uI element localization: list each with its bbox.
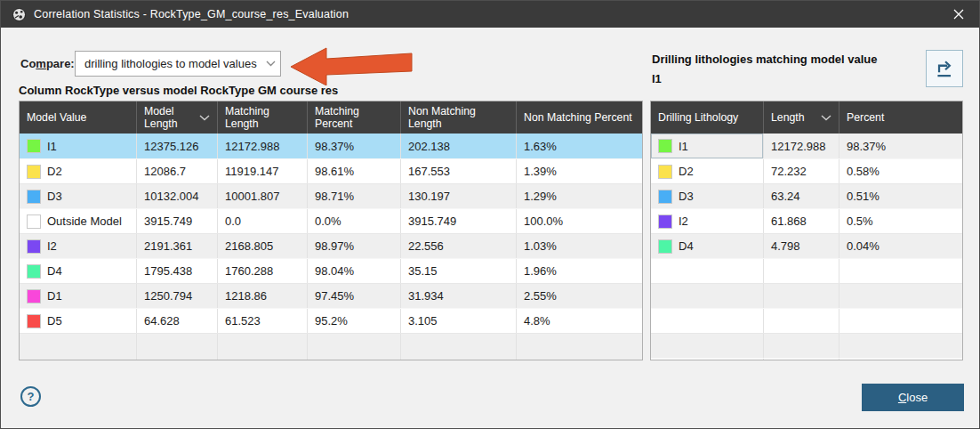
export-button[interactable] bbox=[926, 50, 963, 87]
value-cell: 1.29% bbox=[516, 184, 643, 208]
lithology-cell: I2 bbox=[20, 234, 136, 258]
color-swatch bbox=[658, 165, 672, 179]
window-close-button[interactable] bbox=[938, 1, 979, 28]
value-cell: 202.138 bbox=[400, 134, 516, 158]
column-header-drilling-lithology[interactable]: Drilling Lithology bbox=[651, 101, 763, 134]
lithology-cell: I2 bbox=[651, 209, 763, 233]
table-header-row: Drilling LithologyLengthPercent bbox=[651, 101, 962, 134]
column-header-length[interactable]: Length bbox=[763, 101, 839, 134]
table-row-d2[interactable]: D212086.711919.14798.61%167.5531.39% bbox=[20, 158, 642, 183]
table-row-i1[interactable]: I112375.12612172.98898.37%202.1381.63% bbox=[20, 134, 642, 158]
column-header-model-length[interactable]: Model Length bbox=[136, 101, 217, 134]
color-swatch bbox=[27, 190, 41, 204]
table-row-empty bbox=[651, 258, 962, 283]
lithology-cell: I1 bbox=[651, 134, 763, 158]
empty-cell bbox=[307, 334, 400, 360]
value-cell: 97.45% bbox=[307, 284, 400, 308]
value-cell: 0.0 bbox=[217, 209, 307, 233]
value-cell: 2.55% bbox=[516, 284, 643, 308]
empty-cell bbox=[651, 309, 763, 333]
correlation-statistics-dialog: Correlation Statistics - RockType_GM_cou… bbox=[0, 0, 980, 429]
column-header-percent[interactable]: Percent bbox=[839, 101, 963, 134]
value-cell: 10132.004 bbox=[136, 184, 217, 208]
value-cell: 1760.288 bbox=[217, 259, 307, 283]
color-swatch bbox=[658, 214, 672, 229]
color-swatch bbox=[658, 239, 672, 254]
table-row-d5[interactable]: D564.62861.52395.2%3.1054.8% bbox=[20, 308, 642, 333]
value-cell: 1.63% bbox=[516, 134, 643, 158]
value-cell: 12375.126 bbox=[136, 134, 217, 158]
value-cell: 3915.749 bbox=[136, 209, 217, 233]
lithology-label: D2 bbox=[679, 165, 694, 178]
empty-cell bbox=[651, 334, 763, 358]
lithology-cell: D2 bbox=[20, 159, 136, 183]
value-cell: 2191.361 bbox=[136, 234, 217, 258]
table-row-i2[interactable]: I261.8680.5% bbox=[651, 208, 962, 233]
empty-cell bbox=[839, 334, 963, 358]
close-icon bbox=[953, 9, 964, 20]
empty-cell bbox=[763, 259, 839, 283]
column-header-non-matching-length[interactable]: Non Matching Length bbox=[400, 101, 516, 134]
value-cell: 4.798 bbox=[763, 234, 839, 258]
table-row-d3[interactable]: D310132.00410001.80798.71%130.1971.29% bbox=[20, 183, 642, 208]
sort-descending-icon bbox=[199, 115, 210, 121]
value-cell: 98.61% bbox=[307, 159, 400, 183]
table-row-d4[interactable]: D41795.4381760.28898.04%35.151.96% bbox=[20, 258, 642, 283]
value-cell: 167.553 bbox=[400, 159, 516, 183]
column-header-non-matching-percent[interactable]: Non Matching Percent bbox=[516, 101, 643, 134]
table-row-d3[interactable]: D363.240.51% bbox=[651, 183, 962, 208]
lithology-cell: I1 bbox=[20, 134, 136, 158]
close-button[interactable]: Close bbox=[862, 384, 964, 411]
model-values-table: Model ValueModel LengthMatching LengthMa… bbox=[19, 101, 643, 360]
help-button[interactable]: ? bbox=[20, 386, 41, 407]
lithology-label: D3 bbox=[679, 190, 694, 203]
color-swatch bbox=[658, 190, 672, 204]
color-swatch bbox=[27, 239, 41, 254]
empty-cell bbox=[516, 334, 643, 360]
value-cell: 1.39% bbox=[516, 159, 643, 183]
table-row-d4[interactable]: D44.7980.04% bbox=[651, 233, 962, 258]
value-cell: 95.2% bbox=[307, 309, 400, 333]
value-cell: 4.8% bbox=[516, 309, 643, 333]
value-cell: 1.03% bbox=[516, 234, 643, 258]
empty-cell bbox=[20, 334, 136, 360]
table-row-outside-model[interactable]: Outside Model3915.7490.00.0%3915.749100.… bbox=[20, 208, 642, 233]
lithology-label: I1 bbox=[47, 140, 57, 153]
column-header-matching-length[interactable]: Matching Length bbox=[217, 101, 307, 134]
empty-cell bbox=[839, 359, 963, 360]
lithology-label: D2 bbox=[47, 165, 62, 178]
color-swatch bbox=[27, 165, 41, 179]
lithology-label: Outside Model bbox=[47, 214, 122, 228]
lithology-label: D5 bbox=[47, 314, 62, 328]
window-title: Correlation Statistics - RockType_GM_cou… bbox=[34, 8, 349, 20]
table-row-d2[interactable]: D272.2320.58% bbox=[651, 158, 962, 183]
value-cell: 0.58% bbox=[839, 159, 963, 183]
value-cell: 12086.7 bbox=[136, 159, 217, 183]
column-header-model-value[interactable]: Model Value bbox=[20, 101, 136, 134]
table-row-empty bbox=[20, 333, 642, 360]
lithology-label: D4 bbox=[679, 239, 694, 253]
compare-label: Compare: bbox=[20, 57, 75, 70]
value-cell: 64.628 bbox=[136, 309, 217, 333]
empty-cell bbox=[136, 334, 217, 360]
sort-descending-icon bbox=[821, 115, 831, 121]
value-cell: 98.04% bbox=[307, 259, 400, 283]
value-cell: 3915.749 bbox=[400, 209, 516, 233]
table-row-i1[interactable]: I112172.98898.37% bbox=[651, 134, 962, 158]
table-row-i2[interactable]: I22191.3612168.80598.97%22.5561.03% bbox=[20, 233, 642, 258]
lithology-cell: D1 bbox=[20, 284, 136, 308]
value-cell: 1795.438 bbox=[136, 259, 217, 283]
value-cell: 3.105 bbox=[400, 309, 516, 333]
compare-dropdown[interactable]: drilling lithologies to model values bbox=[75, 51, 281, 77]
color-swatch bbox=[27, 214, 41, 229]
value-cell: 0.5% bbox=[839, 209, 963, 233]
value-cell: 72.232 bbox=[763, 159, 839, 183]
column-header-matching-percent[interactable]: Matching Percent bbox=[307, 101, 400, 134]
lithology-cell: D3 bbox=[20, 184, 136, 208]
table-row-d1[interactable]: D11250.7941218.8697.45%31.9342.55% bbox=[20, 283, 642, 308]
lithology-cell: D2 bbox=[651, 159, 763, 183]
table-row-empty bbox=[651, 333, 962, 358]
value-cell: 98.37% bbox=[839, 134, 963, 158]
value-cell: 1218.86 bbox=[217, 284, 307, 308]
lithology-cell: Outside Model bbox=[20, 209, 136, 233]
